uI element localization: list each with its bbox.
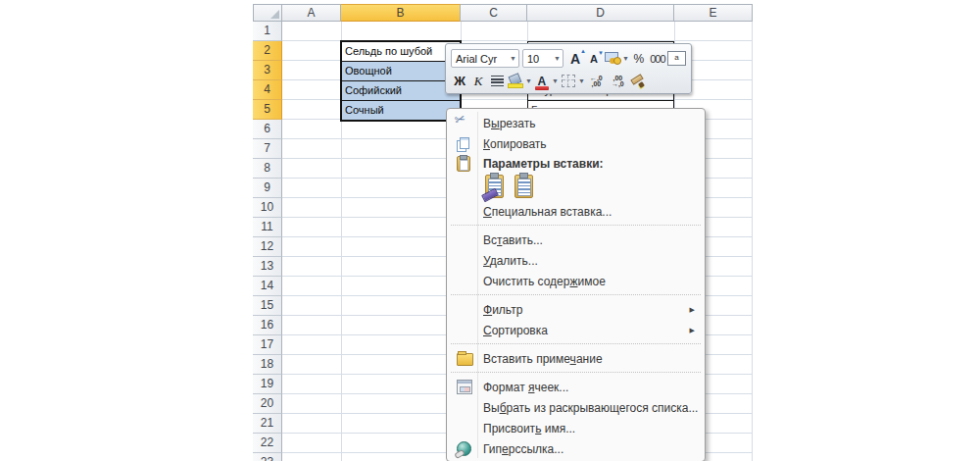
menu-item-label: Вырезать [483,117,535,130]
row-header-1[interactable]: 1 [253,22,282,41]
italic-button[interactable]: К [469,72,487,91]
font-size-value: 10 [527,51,551,67]
borders-icon [562,75,575,87]
bold-button[interactable]: Ж [451,72,468,91]
menu-item-define-name[interactable]: Присвоить имя... [449,418,703,438]
increase-decimal-button[interactable]: ,00→,0 [608,72,628,91]
menu-item-pick-from-list[interactable]: Выбрать из раскрывающегося списка... [449,397,703,418]
chevron-down-icon[interactable]: ▼ [578,77,585,84]
chevron-down-icon: ▼ [510,51,516,67]
row-header-20[interactable]: 20 [253,394,282,414]
increase-decimal-icon: ,00→,0 [612,76,624,87]
row-header-17[interactable]: 17 [253,335,282,355]
column-header-a[interactable]: A [282,4,341,22]
cell-b2[interactable]: Сельдь по шубой [341,41,461,62]
column-header-c[interactable]: C [461,4,527,22]
row-header-16[interactable]: 16 [253,316,282,335]
row-header-11[interactable]: 11 [253,218,282,237]
menu-item-delete[interactable]: Удалить... [449,250,703,271]
selected-range-b2-b5[interactable]: Сельдь по шубойОвощнойСофийскийСочный [341,41,461,121]
font-name-value: Arial Cyr [456,51,507,67]
font-color-button[interactable]: А [533,72,551,91]
font-name-select[interactable]: Arial Cyr ▼ [451,49,519,68]
menu-separator [451,294,701,296]
row-header-7[interactable]: 7 [253,139,282,159]
row-header-12[interactable]: 12 [253,237,282,257]
row-header-4[interactable]: 4 [253,80,282,100]
menu-item-paste-special[interactable]: Специальная вставка... [449,201,703,222]
cell-b5[interactable]: Сочный [341,100,461,121]
chevron-down-icon[interactable]: ▼ [622,55,629,62]
submenu-arrow-icon: ▶ [690,327,695,334]
center-align-button[interactable] [488,72,506,91]
borders-button[interactable] [560,72,577,91]
menu-item-copy[interactable]: Копировать [449,133,703,154]
row-header-8[interactable]: 8 [253,159,282,179]
cell-b3[interactable]: Овощной [341,61,461,81]
row-header-10[interactable]: 10 [253,198,282,218]
menu-item-sort[interactable]: Сортировка▶ [449,320,703,340]
row-header-22[interactable]: 22 [253,434,282,453]
menu-item-clear-contents[interactable]: Очистить содержимое [449,271,703,291]
fill-color-button[interactable] [507,72,524,91]
menu-item-label: Очистить содержимое [483,275,606,288]
select-all-triangle-icon [270,10,279,19]
menu-item-filter[interactable]: Фильтр▶ [449,299,703,320]
grow-font-button[interactable]: A [566,49,584,69]
column-header-e[interactable]: E [674,4,753,22]
percent-style-button[interactable]: % [630,49,648,69]
column-header-b[interactable]: B [341,4,461,22]
context-menu: ✂ВырезатьКопироватьПараметры вставки:Спе… [446,108,706,461]
menu-item-insert[interactable]: Вставить... [449,230,703,250]
paste-options-row [449,174,703,201]
copy-icon [457,137,469,151]
paste-option-formatting[interactable] [483,175,507,199]
paste-option-values[interactable] [513,175,536,199]
menu-item-hyperlink[interactable]: Гиперссылка... [449,438,703,459]
row-header-5[interactable]: 5 [253,100,282,120]
menu-item-label: Вставить примечание [483,352,603,366]
merge-center-icon: a [667,51,686,66]
column-header-d[interactable]: D [527,4,674,22]
row-header-19[interactable]: 19 [253,375,282,394]
decrease-decimal-button[interactable]: ←,0,00 [586,72,607,91]
menu-item-label: Фильтр [483,303,522,317]
chevron-down-icon[interactable]: ▼ [525,77,532,84]
shrink-font-button[interactable]: A [585,49,603,69]
chevron-down-icon: ▼ [554,51,561,67]
chevron-down-icon[interactable]: ▼ [552,77,559,84]
mini-format-toolbar: Arial Cyr ▼ 10 ▼ A A ▼ % 000 a Ж [445,43,692,94]
menu-separator [451,225,701,227]
percent-icon: % [634,52,645,66]
row-header-9[interactable]: 9 [253,179,282,198]
row-header-21[interactable]: 21 [253,414,282,434]
menu-item-cut[interactable]: ✂Вырезать [449,113,703,133]
menu-item-format-cells[interactable]: Формат ячеек... [449,377,703,397]
menu-item-insert-comment[interactable]: Вставить примечание [449,348,703,369]
row-header-23[interactable]: 23 [253,453,282,461]
row-header-14[interactable]: 14 [253,277,282,296]
font-size-select[interactable]: 10 ▼ [522,49,564,68]
grow-font-icon: A [570,51,580,67]
gridline [752,22,753,461]
select-all-corner[interactable] [253,4,282,22]
row-header-13[interactable]: 13 [253,257,282,277]
row-header-15[interactable]: 15 [253,296,282,316]
center-align-icon [491,76,504,86]
font-color-icon: А [535,77,549,86]
fill-color-icon [508,75,523,88]
comma-style-button[interactable]: 000 [649,49,666,69]
menu-separator [451,343,701,345]
scissors-icon: ✂ [453,111,466,128]
shrink-font-icon: A [590,53,598,65]
format-painter-button[interactable] [629,72,647,91]
row-header-6[interactable]: 6 [253,120,282,139]
cell-b4[interactable]: Софийский [341,80,461,101]
row-header-2[interactable]: 2 [253,41,282,61]
row-header-3[interactable]: 3 [253,61,282,80]
format-cells-icon [457,380,472,394]
menu-item-label: Гиперссылка... [483,442,564,456]
row-header-18[interactable]: 18 [253,355,282,375]
accounting-format-button[interactable] [604,49,621,69]
merge-center-button[interactable]: a [667,49,686,69]
